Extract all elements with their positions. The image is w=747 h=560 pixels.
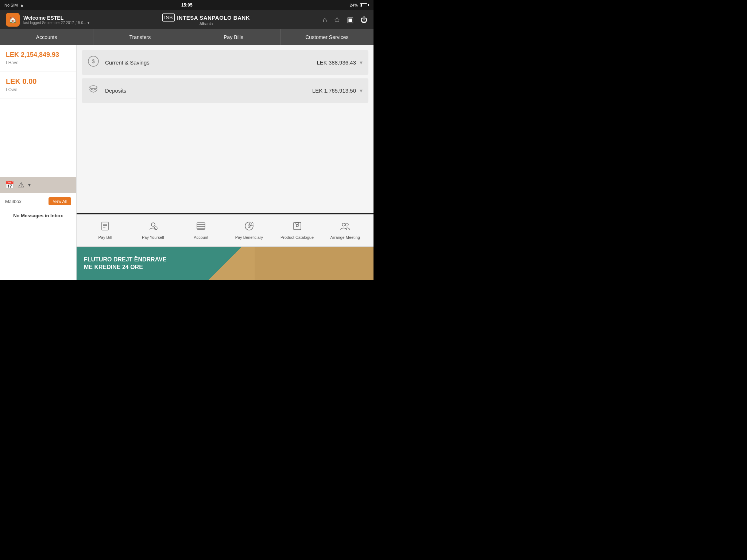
status-right: 24% <box>350 3 369 7</box>
header-left: 🏠 Welcome ESTEL last logged September 27… <box>6 13 89 27</box>
qa-pay-bill[interactable]: Pay Bill <box>82 218 128 243</box>
account-name-deposits: Deposits <box>105 88 312 94</box>
svg-point-19 <box>296 225 298 227</box>
svg-point-21 <box>342 223 345 226</box>
sidebar-tools: 📅 ⚠ ▾ <box>0 177 76 193</box>
battery-icon <box>360 3 369 7</box>
bank-country: Albania <box>162 22 250 26</box>
svg-point-2 <box>90 86 97 89</box>
main-content: LEK 2,154,849.93 I Have LEK 0.00 I Owe 📅… <box>0 45 374 280</box>
header: 🏠 Welcome ESTEL last logged September 27… <box>0 10 374 29</box>
nav-accounts[interactable]: Accounts <box>0 29 93 45</box>
qa-pay-beneficiary[interactable]: $ ↺ Pay Beneficiary <box>227 218 272 243</box>
account-icon <box>196 221 206 234</box>
status-bar: No SIM ▲ 15:05 24% <box>0 0 374 10</box>
sidebar: LEK 2,154,849.93 I Have LEK 0.00 I Owe 📅… <box>0 45 77 280</box>
svg-text:$: $ <box>92 58 95 64</box>
alert-icon[interactable]: ⚠ <box>18 180 24 189</box>
promo-overlay <box>255 247 374 280</box>
no-messages-text: No Messages in Inbox <box>5 213 71 219</box>
account-row-deposits[interactable]: Deposits LEK 1,765,913.50 ▾ <box>82 78 368 103</box>
mailbox-section: Mailbox View All No Messages in Inbox <box>0 193 76 280</box>
i-owe-label: I Owe <box>6 87 70 92</box>
app-icon: 🏠 <box>6 13 20 27</box>
mailbox-label: Mailbox <box>5 199 22 204</box>
accounts-panel: $ Current & Savings LEK 388,936.43 ▾ Dep… <box>77 45 374 214</box>
calendar-icon[interactable]: 📅 <box>5 180 14 189</box>
mailbox-header: Mailbox View All <box>5 197 71 205</box>
arrange-meeting-icon <box>340 221 350 234</box>
wifi-icon: ▲ <box>20 3 24 7</box>
window-icon[interactable]: ▣ <box>347 15 354 24</box>
i-have-label: I Have <box>6 60 70 65</box>
svg-rect-20 <box>296 222 299 224</box>
nav-paybills[interactable]: Pay Bills <box>187 29 280 45</box>
product-catalogue-icon <box>292 221 302 234</box>
i-owe-card: LEK 0.00 I Owe <box>0 71 76 98</box>
welcome-text-block: Welcome ESTEL last logged September 27 2… <box>23 15 89 25</box>
header-right: ⌂ ☆ ▣ ⏻ <box>323 15 368 24</box>
deposits-icon <box>88 83 99 98</box>
nav-customerservices[interactable]: Customer Services <box>280 29 374 45</box>
svg-rect-3 <box>102 222 108 230</box>
account-amount-current-savings: LEK 388,936.43 <box>317 59 356 66</box>
bank-logo-icon: ISB <box>162 13 175 22</box>
pay-bill-icon <box>100 221 110 234</box>
status-time: 15:05 <box>181 3 193 8</box>
power-icon[interactable]: ⏻ <box>360 16 368 24</box>
current-savings-icon: $ <box>88 55 99 70</box>
content-area: $ Current & Savings LEK 388,936.43 ▾ Dep… <box>77 45 374 280</box>
account-chevron-current-savings: ▾ <box>360 59 363 66</box>
sim-label: No SIM <box>4 3 18 7</box>
qa-account[interactable]: Account <box>178 218 224 243</box>
star-icon[interactable]: ☆ <box>334 15 340 24</box>
last-logged: last logged September 27 2017 ,15.0... ▾ <box>23 21 89 25</box>
svg-rect-18 <box>294 222 301 230</box>
qa-arrange-meeting-label: Arrange Meeting <box>330 235 360 240</box>
pay-beneficiary-icon: $ ↺ <box>244 221 254 234</box>
i-have-amount: LEK 2,154,849.93 <box>6 51 70 59</box>
qa-account-label: Account <box>194 235 208 240</box>
svg-point-22 <box>345 223 348 226</box>
qa-pay-bill-label: Pay Bill <box>98 235 112 240</box>
quick-actions: Pay Bill $ Pay Yourself <box>77 214 374 247</box>
nav-bar: Accounts Transfers Pay Bills Customer Se… <box>0 29 374 45</box>
qa-pay-beneficiary-label: Pay Beneficiary <box>235 235 263 240</box>
qa-product-catalogue-label: Product Catalogue <box>280 235 314 240</box>
account-amount-deposits: LEK 1,765,913.50 <box>312 88 356 94</box>
qa-pay-yourself-label: Pay Yourself <box>142 235 164 240</box>
header-center: ISB INTESA SANPAOLO BANK Albania <box>162 13 250 26</box>
nav-transfers[interactable]: Transfers <box>93 29 187 45</box>
svg-text:↺: ↺ <box>250 223 252 225</box>
battery-percent: 24% <box>350 3 358 7</box>
promo-banner: FLUTURO DREJT ËNDRRAVE ME KREDINE 24 ORE <box>77 247 374 280</box>
promo-text: FLUTURO DREJT ËNDRRAVE ME KREDINE 24 ORE <box>84 256 166 271</box>
svg-point-7 <box>151 223 155 226</box>
i-have-card: LEK 2,154,849.93 I Have <box>0 45 76 71</box>
account-row-current-savings[interactable]: $ Current & Savings LEK 388,936.43 ▾ <box>82 50 368 75</box>
pay-yourself-icon: $ <box>148 221 158 234</box>
tools-dropdown-icon[interactable]: ▾ <box>28 182 31 188</box>
status-left: No SIM ▲ <box>4 3 24 7</box>
home-icon[interactable]: ⌂ <box>323 16 327 24</box>
qa-pay-yourself[interactable]: $ Pay Yourself <box>131 218 176 243</box>
account-name-current-savings: Current & Savings <box>105 59 317 66</box>
i-owe-amount: LEK 0.00 <box>6 77 70 86</box>
account-chevron-deposits: ▾ <box>360 87 363 94</box>
qa-product-catalogue[interactable]: Product Catalogue <box>275 218 320 243</box>
dropdown-chevron-icon[interactable]: ▾ <box>88 21 89 25</box>
view-all-button[interactable]: View All <box>49 197 71 205</box>
bank-name: ISB INTESA SANPAOLO BANK <box>162 13 250 22</box>
welcome-name: Welcome ESTEL <box>23 15 89 21</box>
qa-arrange-meeting[interactable]: Arrange Meeting <box>322 218 368 243</box>
